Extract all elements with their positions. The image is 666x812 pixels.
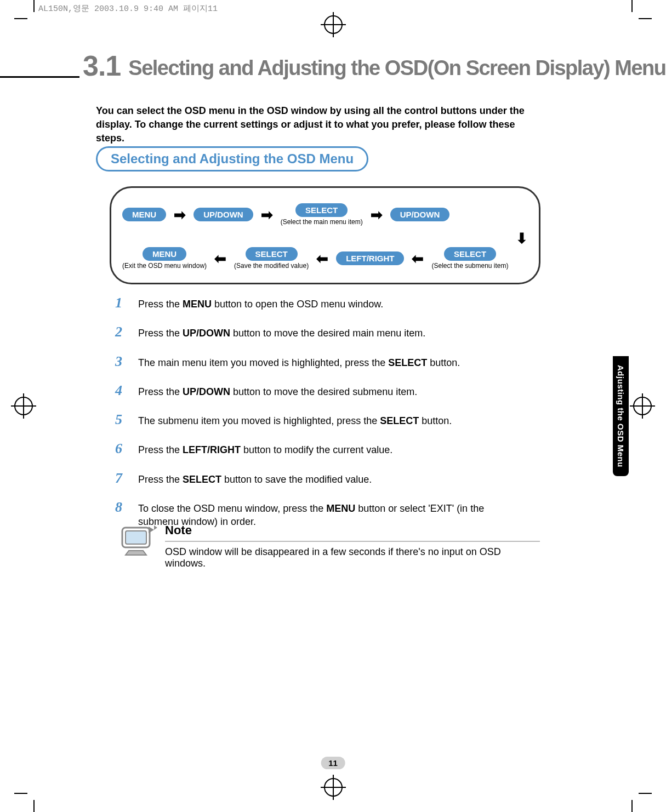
flow-caption-exit: (Exit the OSD menu window)	[122, 262, 207, 270]
pill-select-3: SELECT	[246, 247, 298, 261]
note-block: Note OSD window will be disappeared in a…	[118, 523, 540, 569]
page: AL150N,영문 2003.10.9 9:40 AM 페이지11 3.	[0, 0, 666, 812]
arrow-right-icon: ➡	[261, 208, 273, 222]
step-item: 2Press the UP/DOWN button to move the de…	[115, 325, 515, 340]
flow-item-leftright: LEFT/RIGHT	[336, 251, 404, 265]
crop-top-row	[0, 12, 666, 37]
flow-caption-submenu: (Select the submenu item)	[431, 262, 508, 270]
section-number: 3.1	[79, 49, 128, 82]
flow-item-menu-2: MENU (Exit the OSD menu window)	[122, 247, 207, 270]
flow-row-top: MENU ➡ UP/DOWN ➡ SELECT (Select the main…	[122, 203, 528, 226]
registration-mark-top	[321, 12, 346, 37]
step-number: 5	[115, 413, 129, 427]
crop-corner-br	[625, 787, 639, 800]
arrow-right-icon: ➡	[174, 208, 186, 222]
flow-item-select-1: SELECT (Select the main menu item)	[281, 203, 363, 226]
arrow-left-icon: ⬅	[316, 251, 328, 266]
flow-down-arrow-wrap: ⬇	[122, 230, 555, 247]
arrow-left-icon: ⬅	[214, 251, 226, 266]
step-text: The submenu item you moved is highlighte…	[138, 413, 515, 427]
side-tab-label: Adjusting the OSD Menu	[613, 356, 629, 476]
flow-row-bottom: MENU (Exit the OSD menu window) ⬅ SELECT…	[122, 247, 528, 270]
step-number: 8	[115, 500, 129, 514]
pill-select-2: SELECT	[444, 247, 496, 261]
button-flow-diagram: MENU ➡ UP/DOWN ➡ SELECT (Select the main…	[110, 186, 540, 284]
section-title-block: 3.1 Selecting and Adjusting the OSD(On S…	[0, 49, 666, 82]
step-number: 1	[115, 296, 129, 310]
crop-corner-tl	[27, 12, 41, 25]
step-number: 7	[115, 471, 129, 485]
step-text: Press the LEFT/RIGHT button to modify th…	[138, 442, 515, 456]
step-item: 7Press the SELECT button to save the mod…	[115, 471, 515, 486]
step-text: Press the UP/DOWN button to move the des…	[138, 384, 515, 398]
step-text: Press the SELECT button to save the modi…	[138, 471, 515, 486]
steps-list: 1Press the MENU button to open the OSD m…	[115, 296, 515, 543]
flow-item-menu-1: MENU	[122, 208, 166, 221]
arrow-right-icon: ➡	[371, 208, 383, 222]
step-number: 4	[115, 384, 129, 398]
pill-menu-2: MENU	[143, 247, 186, 261]
note-title: Note	[165, 523, 540, 540]
note-divider	[165, 541, 540, 542]
crop-corner-bl	[27, 787, 41, 800]
step-number: 6	[115, 442, 129, 456]
step-item: 3The main menu item you moved is highlig…	[115, 354, 515, 369]
step-text: The main menu item you moved is highligh…	[138, 354, 515, 369]
step-item: 6Press the LEFT/RIGHT button to modify t…	[115, 442, 515, 456]
title-rule-left	[0, 76, 79, 78]
step-number: 3	[115, 354, 129, 369]
flow-caption-select-main: (Select the main menu item)	[281, 218, 363, 226]
step-item: 4Press the UP/DOWN button to move the de…	[115, 384, 515, 398]
pill-updown-2: UP/DOWN	[390, 208, 450, 221]
step-item: 5The submenu item you moved is highlight…	[115, 413, 515, 427]
flow-item-updown-2: UP/DOWN	[390, 208, 450, 221]
registration-mark-right	[630, 393, 655, 419]
note-text: OSD window will be disappeared in a few …	[165, 546, 540, 569]
step-text: Press the UP/DOWN button to move the des…	[138, 325, 515, 340]
crop-bottom-row	[0, 775, 666, 800]
pill-leftright: LEFT/RIGHT	[336, 251, 404, 265]
registration-mark-left	[11, 393, 36, 419]
flow-item-select-2: SELECT (Select the submenu item)	[431, 247, 508, 270]
flow-item-updown-1: UP/DOWN	[193, 208, 253, 221]
monitor-note-icon	[118, 523, 158, 556]
subsection-heading-capsule: Selecting and Adjusting the OSD Menu	[96, 146, 368, 171]
step-text: Press the MENU button to open the OSD me…	[138, 296, 515, 311]
pill-menu-1: MENU	[122, 208, 166, 221]
note-content: Note OSD window will be disappeared in a…	[165, 523, 540, 569]
step-number: 2	[115, 325, 129, 339]
svg-rect-10	[126, 531, 146, 544]
section-title: Selecting and Adjusting the OSD(On Scree…	[128, 56, 665, 82]
arrow-left-icon: ⬅	[412, 251, 424, 266]
page-number: 11	[321, 757, 345, 769]
crop-corner-tr	[625, 12, 639, 25]
flow-item-select-3: SELECT (Save the modified value)	[234, 247, 309, 270]
flow-caption-save: (Save the modified value)	[234, 262, 309, 270]
registration-mark-bottom	[321, 775, 346, 800]
step-item: 1Press the MENU button to open the OSD m…	[115, 296, 515, 311]
pill-updown-1: UP/DOWN	[193, 208, 253, 221]
pill-select-1: SELECT	[295, 203, 348, 217]
intro-paragraph: You can select the OSD menu in the OSD w…	[96, 104, 534, 146]
arrow-down-icon: ⬇	[516, 230, 528, 247]
